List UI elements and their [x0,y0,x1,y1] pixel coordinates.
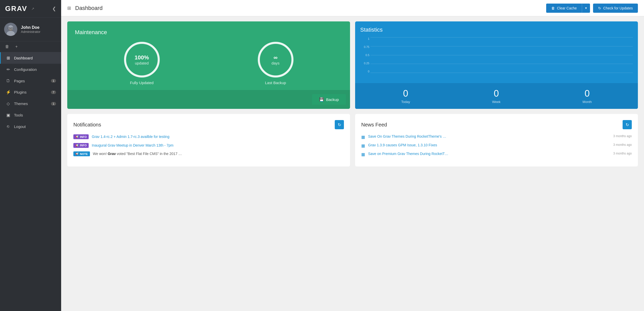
chart-grid-line [370,55,633,55]
news-link[interactable]: Save On Grav Themes During RocketTheme's… [368,134,608,138]
maintenance-card: Maintenance 100% updated Fully Updated ∞… [67,21,350,109]
main-area: ⊞ Dashboard 🗑 Clear Cache ▾ ↻ Check for … [61,0,644,311]
dashboard-icon: ⊞ [6,56,10,60]
pages-icon: 🗋 [6,79,10,83]
clear-cache-group: 🗑 Clear Cache ▾ [546,4,590,13]
chart-labels: 1 0.75 0.5 0.25 0 [360,37,369,73]
sidebar-logo: GRAV ↗ ❮ [0,0,61,18]
newsfeed-card: News Feed ↻ ▦ Save On Grav Themes During… [355,114,638,166]
maintenance-footer: 💾 Backup [67,90,350,109]
check-updates-button[interactable]: ↻ Check for Updates [593,4,638,13]
notifications-title: Notifications [73,122,101,128]
updated-circle-ring: 100% updated [124,42,160,77]
sidebar-item-configuration[interactable]: ✏ Configuration [0,64,61,75]
sidebar-item-label-plugins: Plugins [14,90,26,94]
backup-button[interactable]: 💾 Backup [312,94,346,105]
notification-item: 📢 INFO Grav 1.4-rc.2 + Admin 1.7-rc.3 av… [73,134,344,139]
add-button[interactable]: + [14,43,19,50]
sidebar-item-plugins[interactable]: ⚡ Plugins 7 [0,86,61,98]
sidebar-actions: 🗑 + [0,41,61,52]
clear-cache-label: Clear Cache [557,6,577,10]
updated-sublabel: updated [135,61,149,65]
last-backup-label: Last Backup [258,81,293,85]
notification-badge: 📢 INFO [73,143,89,148]
maintenance-circles: 100% updated Fully Updated ∞ days Last B… [75,42,342,85]
news-icon: ▦ [361,135,365,139]
notification-text: Grav 1.4-rc.2 + Admin 1.7-rc.3 availble … [92,134,169,139]
notification-badge: 📢 NOTE [73,151,90,156]
check-updates-icon: ↻ [598,6,601,10]
backup-days-value: ∞ [274,54,278,61]
badge-plugins: 7 [51,90,56,94]
updated-percent: 100% [135,54,149,61]
header: ⊞ Dashboard 🗑 Clear Cache ▾ ↻ Check for … [61,0,644,16]
news-item: ▦ Save on Premium Grav Themes During Roc… [361,152,632,157]
tools-icon: ▣ [6,113,10,118]
clear-cache-dropdown-button[interactable]: ▾ [582,4,590,13]
configuration-icon: ✏ [6,67,10,72]
backup-days-label: days [272,61,280,65]
chart-container: 1 0.75 0.5 0.25 0 [360,37,633,73]
clear-cache-button[interactable]: 🗑 Clear Cache [546,4,582,13]
news-link[interactable]: Save on Premium Grav Themes During Rocke… [368,152,608,156]
stats-bottom: 0 Today 0 Week 0 Month [355,83,638,109]
news-item: ▦ Save On Grav Themes During RocketTheme… [361,134,632,139]
news-icon: ▦ [361,152,365,157]
updated-circle-item: 100% updated Fully Updated [124,42,160,85]
logout-icon: ⎋ [6,124,10,129]
avatar [4,23,17,36]
week-value: 0 [492,88,501,99]
notification-item: 📢 INFO Inaugural Grav Meetup in Denver M… [73,143,344,148]
sidebar-item-themes[interactable]: ◇ Themes 1 [0,98,61,109]
backup-label: Backup [326,97,339,102]
notification-link[interactable]: Grav 1.4-rc.2 + Admin 1.7-rc.3 availble … [92,135,169,139]
stats-chart-area: Statistics 1 0.75 0.5 0.25 0 [355,21,638,83]
chart-grid-line [370,37,633,37]
month-value: 0 [583,88,592,99]
month-label: Month [583,100,592,104]
news-item: ▦ Grav 1.3.9 causes GPM Issue, 1.3.10 Fi… [361,143,632,148]
sidebar-item-label-tools: Tools [14,113,23,117]
sidebar-item-tools[interactable]: ▣ Tools [0,109,61,121]
chart-label-075: 0.75 [360,45,369,48]
badge-themes: 1 [51,102,56,106]
today-value: 0 [401,88,410,99]
user-info: John Doe Administrator [21,25,41,34]
notification-link[interactable]: Inaugural Grav Meetup in Denver March 13… [92,143,173,147]
sidebar-item-logout[interactable]: ⎋ Logout [0,121,61,132]
sidebar-collapse-button[interactable]: ❮ [52,6,56,11]
sidebar-item-dashboard[interactable]: ⊞ Dashboard [0,52,61,64]
newsfeed-refresh-button[interactable]: ↻ [623,120,632,129]
backup-icon: 💾 [319,97,324,102]
megaphone-icon: 📢 [75,135,79,138]
svg-point-6 [9,29,12,31]
sidebar-nav: ⊞ Dashboard ✏ Configuration 🗋 Pages 1 ⚡ … [0,52,61,311]
sidebar-item-pages[interactable]: 🗋 Pages 1 [0,75,61,86]
week-label: Week [492,100,501,104]
maintenance-title: Maintenance [75,29,342,36]
backup-circle-item: ∞ days Last Backup [258,42,293,85]
month-stat: 0 Month [583,88,592,104]
today-label: Today [401,100,410,104]
clear-cache-icon: 🗑 [551,6,555,10]
notifications-header: Notifications ↻ [73,120,344,129]
news-link[interactable]: Grav 1.3.9 causes GPM Issue, 1.3.10 Fixe… [368,143,608,147]
sidebar-item-label-themes: Themes [14,101,28,106]
chart-grid-line [370,73,633,73]
badge-pages: 1 [51,79,56,83]
newsfeed-header: News Feed ↻ [361,120,632,129]
logo-text: GRAV [5,5,27,13]
external-link-icon[interactable]: ↗ [31,7,34,11]
chart-grid-line [370,46,633,46]
fully-updated-label: Fully Updated [124,81,160,85]
notification-badge: 📢 INFO [73,134,89,139]
user-name: John Doe [21,25,41,30]
notification-item: 📢 NOTE We won! Grav voted "Best Flat Fil… [73,151,344,157]
notifications-refresh-button[interactable]: ↻ [335,120,344,129]
chart-label-025: 0.25 [360,62,369,65]
news-time: 3 months ago [613,143,632,147]
sidebar-item-label-pages: Pages [14,79,25,83]
chart-label-1: 1 [360,37,369,40]
trash-button[interactable]: 🗑 [4,43,10,50]
backup-circle-ring: ∞ days [258,42,293,77]
